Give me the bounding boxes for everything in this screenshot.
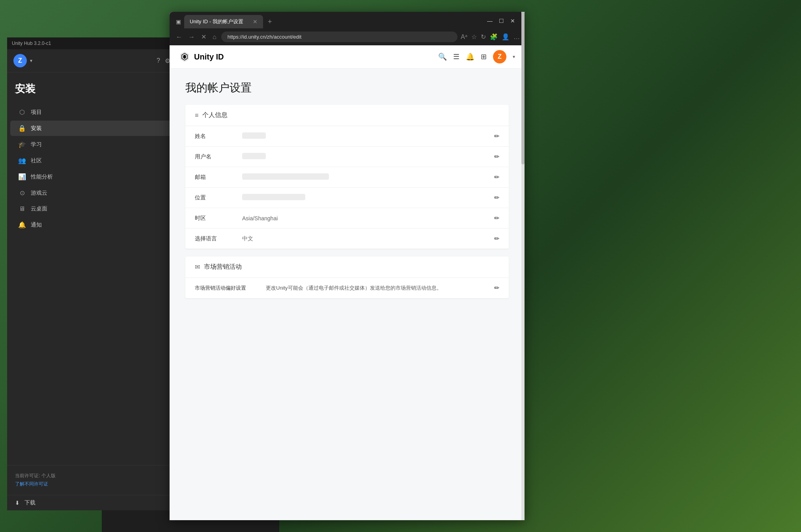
- unity-header-actions: 🔍 ☰ 🔔 ⊞ Z ▾: [438, 50, 515, 63]
- sidebar-item-label: 社区: [31, 157, 42, 164]
- email-blurred-value: [242, 173, 329, 180]
- location-edit-button[interactable]: ✏: [494, 194, 499, 201]
- refresh-icon[interactable]: ↻: [481, 33, 486, 41]
- field-row-username: 用户名 ✏: [185, 147, 509, 167]
- marketing-section: ✉ 市场营销活动 市场营销活动偏好设置 更改Unity可能会（通过电子邮件或社交…: [185, 257, 509, 298]
- back-button[interactable]: ←: [174, 32, 184, 42]
- sidebar-item-learn[interactable]: 🎓 学习: [10, 137, 174, 152]
- new-tab-button[interactable]: +: [265, 16, 275, 28]
- sidebar-item-label: 性能分析: [31, 173, 53, 180]
- name-blurred-value: [242, 132, 266, 139]
- sidebar-item-label: 云桌面: [31, 205, 47, 212]
- sidebar-item-clouddesktop[interactable]: 🖥 云桌面: [10, 201, 174, 216]
- tab-close-button[interactable]: ✕: [253, 19, 258, 25]
- hub-license-info: 当前许可证: 个人版 了解不同许可证: [7, 465, 177, 495]
- unity-id-logo: Unity ID: [179, 51, 224, 62]
- maximize-button[interactable]: ☐: [499, 18, 504, 24]
- field-row-language: 选择语言 中文 ✏: [185, 229, 509, 249]
- hub-header-icons: ? ⚙: [157, 57, 170, 65]
- marketing-header: ✉ 市场营销活动: [185, 257, 509, 278]
- scrollbar-thumb[interactable]: [521, 45, 525, 164]
- username-edit-button[interactable]: ✏: [494, 153, 499, 160]
- close-button[interactable]: ✕: [510, 18, 515, 24]
- field-value-timezone: Asia/Shanghai: [242, 215, 494, 221]
- unity-site-header: Unity ID 🔍 ☰ 🔔 ⊞ Z ▾: [170, 45, 525, 69]
- field-label-location: 位置: [195, 194, 242, 201]
- personal-info-icon: ≡: [195, 112, 198, 119]
- field-label-username: 用户名: [195, 153, 242, 160]
- tab-title: Unity ID - 我的帐户设置: [190, 18, 243, 25]
- name-edit-button[interactable]: ✏: [494, 132, 499, 140]
- field-value-language: 中文: [242, 235, 494, 242]
- bell-icon[interactable]: 🔔: [466, 52, 474, 61]
- language-edit-button[interactable]: ✏: [494, 235, 499, 242]
- sidebar-item-gamecloud[interactable]: ⊙ 游戏云: [10, 185, 174, 201]
- sidebar-item-label: 项目: [31, 109, 42, 116]
- hub-sidebar-header: Z ▾ ? ⚙: [7, 49, 177, 73]
- read-aloud-icon[interactable]: Aᵃ: [461, 33, 467, 41]
- hub-titlebar: Unity Hub 3.2.0-c1: [7, 37, 177, 49]
- community-icon: 👥: [18, 157, 26, 164]
- sidebar-item-community[interactable]: 👥 社区: [10, 153, 174, 168]
- address-input[interactable]: [221, 32, 458, 42]
- search-icon[interactable]: 🔍: [438, 52, 447, 61]
- browser-tab-icon: ▣: [174, 17, 183, 26]
- personal-info-section: ≡ 个人信息 姓名 ✏ 用户名 ✏: [185, 105, 509, 249]
- browser-titlebar: ▣ Unity ID - 我的帐户设置 ✕ + — ☐ ✕ ← → ✕ ⌂ Aᵃ…: [170, 12, 525, 45]
- sidebar-item-label: 游戏云: [31, 190, 47, 197]
- sidebar-item-label: 安装: [31, 125, 42, 132]
- grid-icon[interactable]: ⊞: [481, 52, 487, 61]
- menu-icon[interactable]: ☰: [453, 52, 459, 61]
- forward-button[interactable]: →: [187, 32, 196, 42]
- browser-active-tab[interactable]: Unity ID - 我的帐户设置 ✕: [184, 15, 263, 28]
- personal-info-label: 个人信息: [202, 111, 228, 119]
- hub-sidebar: Z ▾ ? ⚙ 安装 ⬡ 项目 🔒 安装 🎓 学习: [7, 49, 177, 510]
- field-label-timezone: 时区: [195, 215, 242, 222]
- analytics-icon: 📊: [18, 173, 26, 180]
- sidebar-item-projects[interactable]: ⬡ 项目: [10, 104, 174, 120]
- sidebar-item-notifications[interactable]: 🔔 通知: [10, 217, 174, 233]
- timezone-edit-button[interactable]: ✏: [494, 214, 499, 222]
- field-label-email: 邮箱: [195, 174, 242, 181]
- extensions-icon[interactable]: 🧩: [490, 33, 498, 41]
- unity-logo-icon: [179, 51, 190, 62]
- marketing-desc-text: 更改Unity可能会（通过电子邮件或社交媒体）发送给您的市场营销活动信息。: [266, 285, 442, 291]
- reload-button[interactable]: ✕: [200, 32, 208, 42]
- minimize-button[interactable]: —: [487, 18, 493, 24]
- unity-hub-window: Unity Hub 3.2.0-c1 Z ▾ ? ⚙ 安装 ⬡ 项目 🔒 安装: [7, 37, 177, 510]
- hub-title-text: Unity Hub 3.2.0-c1: [12, 41, 51, 46]
- sidebar-item-analytics[interactable]: 📊 性能分析: [10, 169, 174, 184]
- field-row-location: 位置 ✏: [185, 188, 509, 208]
- field-row-marketing: 市场营销活动偏好设置 更改Unity可能会（通过电子邮件或社交媒体）发送给您的市…: [185, 278, 509, 298]
- sidebar-item-install[interactable]: 🔒 安装: [10, 121, 174, 136]
- hub-page-title: 安装: [15, 82, 35, 96]
- more-options-icon[interactable]: …: [513, 33, 520, 41]
- marketing-edit-button[interactable]: ✏: [494, 284, 499, 292]
- clouddesktop-icon: 🖥: [18, 205, 26, 212]
- field-label-name: 姓名: [195, 133, 242, 140]
- browser-address-bar: ← → ✕ ⌂ Aᵃ ☆ ↻ 🧩 👤 …: [170, 28, 525, 45]
- license-link[interactable]: 了解不同许可证: [15, 481, 48, 487]
- field-row-email: 邮箱 ✏: [185, 167, 509, 188]
- field-value-username: [242, 153, 494, 160]
- field-label-language: 选择语言: [195, 235, 242, 242]
- home-button[interactable]: ⌂: [211, 32, 218, 42]
- sidebar-item-label: 通知: [31, 221, 42, 229]
- user-profile-icon[interactable]: 👤: [502, 33, 510, 41]
- hub-download[interactable]: ⬇ 下载: [7, 495, 177, 510]
- browser-scrollbar[interactable]: [521, 45, 525, 520]
- field-row-name: 姓名 ✏: [185, 126, 509, 147]
- hub-nav: ⬡ 项目 🔒 安装 🎓 学习 👥 社区 📊 性能分析 ⊙ 游戏云: [7, 102, 177, 465]
- learn-icon: 🎓: [18, 141, 26, 148]
- browser-window: ▣ Unity ID - 我的帐户设置 ✕ + — ☐ ✕ ← → ✕ ⌂ Aᵃ…: [170, 12, 525, 520]
- download-label: 下载: [24, 499, 35, 506]
- field-value-name: [242, 132, 494, 140]
- avatar[interactable]: Z: [13, 54, 27, 67]
- license-current-text: 当前许可证: 个人版: [15, 472, 169, 480]
- help-icon[interactable]: ?: [157, 57, 160, 65]
- email-edit-button[interactable]: ✏: [494, 173, 499, 181]
- favorites-icon[interactable]: ☆: [471, 33, 477, 41]
- location-blurred-value: [242, 194, 305, 200]
- user-avatar[interactable]: Z: [493, 50, 506, 63]
- user-chevron-icon[interactable]: ▾: [513, 54, 515, 60]
